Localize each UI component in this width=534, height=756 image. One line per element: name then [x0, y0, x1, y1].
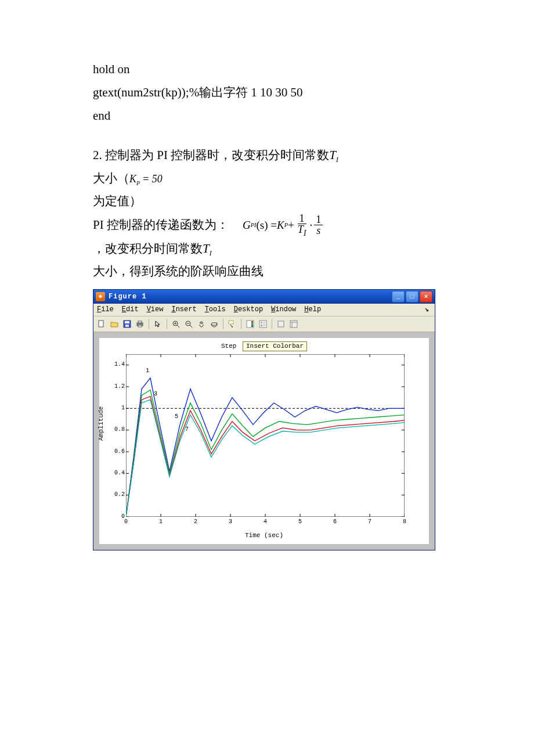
maximize-button[interactable]: □: [406, 291, 418, 303]
svg-rect-2: [125, 321, 129, 323]
x-tick-label: 1: [159, 519, 163, 525]
figure-canvas-wrap: Step Insert Colorbar Amplitude 00.20.40.…: [93, 332, 435, 550]
menu-insert[interactable]: Insert: [171, 305, 196, 314]
plot-title-row: Step Insert Colorbar: [99, 341, 429, 351]
step-response-plot: [126, 354, 405, 517]
menubar: File Edit View Insert Tools Desktop Wind…: [93, 304, 435, 316]
open-icon[interactable]: [109, 318, 120, 330]
toolbar-separator: [223, 319, 223, 329]
x-axis-label: Time (sec): [99, 532, 429, 539]
y-tick-label: 0.4: [114, 470, 125, 477]
x-tick-label: 3: [229, 519, 232, 525]
menu-edit[interactable]: Edit: [122, 305, 139, 314]
svg-point-16: [232, 326, 233, 327]
legend-icon[interactable]: [257, 318, 269, 330]
section2-heading: 2. 控制器为 PI 控制器时，改变积分时间常数: [93, 148, 329, 162]
tf-label: PI 控制器的传递函数为：: [93, 214, 229, 237]
x-tick-label: 4: [264, 519, 267, 525]
zoom-in-icon[interactable]: [170, 318, 182, 330]
x-tick-label: 8: [403, 519, 406, 525]
svg-rect-6: [138, 325, 142, 327]
show-tools-icon[interactable]: [288, 318, 300, 330]
svg-rect-5: [138, 321, 142, 323]
section2-line3: 为定值）: [93, 190, 453, 213]
tooltip-insert-colorbar: Insert Colorbar: [243, 341, 307, 351]
new-figure-icon[interactable]: [96, 318, 107, 330]
code-line-2: gtext(num2str(kp));%输出字符 1 10 30 50: [93, 81, 453, 105]
svg-rect-26: [278, 321, 284, 327]
figure-canvas[interactable]: Step Insert Colorbar Amplitude 00.20.40.…: [99, 338, 429, 544]
y-tick-label: 1.4: [114, 361, 125, 368]
plot-title: Step: [221, 343, 236, 350]
print-icon[interactable]: [134, 318, 146, 330]
zoom-out-icon[interactable]: [183, 318, 194, 330]
matlab-icon: ◆: [96, 292, 105, 301]
y-tick-label: 0.6: [114, 448, 125, 455]
window-titlebar[interactable]: ◆ Figure 1 _ □ ×: [93, 290, 435, 304]
code-line-3: end: [93, 105, 453, 128]
svg-rect-15: [229, 321, 233, 324]
plot-annotation: 1: [146, 368, 149, 375]
colorbar-icon[interactable]: [244, 318, 256, 330]
tf-formula: GPI(s) = KP + 1TI · 1s: [243, 213, 324, 237]
document-page: hold on gtext(num2str(kp));%输出字符 1 10 30…: [0, 0, 534, 585]
svg-line-12: [190, 325, 192, 327]
menu-file[interactable]: File: [97, 305, 114, 314]
toolbar-separator: [272, 319, 272, 329]
menu-tools[interactable]: Tools: [205, 305, 226, 314]
dock-icon[interactable]: ↘: [425, 305, 431, 314]
section2-line1: 2. 控制器为 PI 控制器时，改变积分时间常数TI: [93, 144, 453, 167]
section2-line2: 大小（KP = 50: [93, 167, 453, 190]
window-title: Figure 1: [109, 293, 392, 301]
menu-desktop[interactable]: Desktop: [234, 305, 263, 314]
toolbar: [93, 316, 435, 332]
y-tick-label: 0.2: [114, 491, 125, 498]
rotate3d-icon[interactable]: [208, 318, 220, 330]
svg-rect-3: [125, 325, 129, 327]
x-tick-label: 7: [368, 519, 371, 525]
menu-view[interactable]: View: [147, 305, 164, 314]
x-tick-label: 2: [194, 519, 197, 525]
minimize-button[interactable]: _: [392, 291, 405, 303]
plot-annotation: 3: [154, 391, 157, 398]
pointer-icon[interactable]: [152, 318, 164, 330]
section2-line5: ，改变积分时间常数TI: [93, 237, 453, 261]
y-axis-label: Amplitude: [98, 406, 105, 441]
menu-window[interactable]: Window: [271, 305, 296, 314]
datacursor-icon[interactable]: [226, 318, 238, 330]
x-ticks: 012345678: [126, 519, 405, 527]
svg-rect-27: [290, 321, 297, 327]
y-tick-label: 1: [121, 405, 125, 412]
pan-icon[interactable]: [196, 318, 207, 330]
hide-tools-icon[interactable]: [275, 318, 287, 330]
toolbar-separator: [167, 319, 167, 329]
matlab-figure-window: ◆ Figure 1 _ □ × File Edit View Insert T…: [93, 289, 435, 550]
x-tick-label: 6: [333, 519, 337, 525]
toolbar-separator: [149, 319, 149, 329]
x-tick-label: 0: [124, 519, 128, 525]
save-icon[interactable]: [121, 318, 133, 330]
section2-line6: 大小，得到系统的阶跃响应曲线: [93, 260, 453, 283]
transfer-function-row: PI 控制器的传递函数为： GPI(s) = KP + 1TI · 1s: [93, 213, 453, 237]
plot-annotation: 7: [185, 426, 189, 433]
toolbar-separator: [241, 319, 241, 329]
close-button[interactable]: ×: [420, 291, 432, 303]
plot-annotation: 5: [175, 413, 178, 420]
code-line-1: hold on: [93, 58, 453, 81]
y-tick-label: 0.8: [114, 426, 125, 433]
y-ticks: 00.20.40.60.811.21.4: [114, 354, 126, 517]
menu-help[interactable]: Help: [304, 305, 321, 314]
svg-rect-18: [251, 321, 253, 327]
svg-line-8: [177, 325, 179, 327]
x-tick-label: 5: [298, 519, 302, 525]
y-tick-label: 1.2: [114, 383, 125, 390]
